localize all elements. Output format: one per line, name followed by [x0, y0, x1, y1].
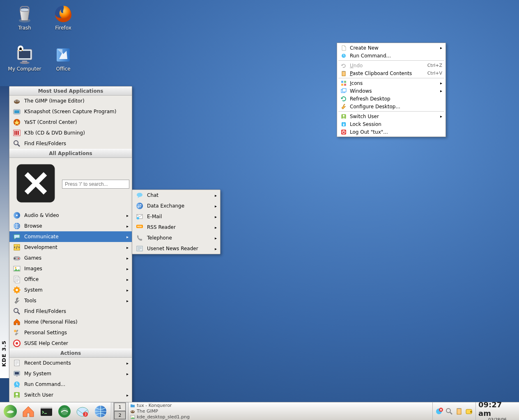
menu-item-my-system[interactable]: My System▸ [9, 368, 132, 379]
context-item-label: Log Out "tux"... [350, 129, 388, 135]
menu-item-browse[interactable]: Browse▸ [9, 221, 132, 231]
menu-item-recent-docs[interactable]: Recent Documents▸ [9, 358, 132, 368]
shortcut-label: Ctrl+V [427, 71, 442, 76]
submenu-arrow-icon: ▸ [126, 299, 129, 303]
menu-item-yast[interactable]: YaST (Control Center) [9, 117, 132, 128]
desktop-icon-firefox[interactable]: Firefox [46, 4, 80, 31]
svg-point-50 [137, 193, 142, 197]
pager-desktop-2[interactable]: 2 [114, 411, 126, 419]
svg-point-34 [16, 289, 18, 291]
menu-item-audio-video[interactable]: Audio & Video▸ [9, 210, 132, 221]
menu-item-switch-user[interactable]: Switch User▸ [9, 390, 132, 400]
context-item-create-new[interactable]: Create New▸ [337, 44, 446, 52]
menu-item-k3b[interactable]: K3b (CD & DVD Burning) [9, 128, 132, 138]
desktop-icon-trash[interactable]: Trash [7, 4, 42, 31]
svg-point-85 [131, 416, 132, 417]
context-item-run-command[interactable]: Run Command... [337, 52, 446, 59]
submenu-item-chat[interactable]: Chat▸ [132, 190, 220, 201]
svg-rect-74 [41, 407, 52, 409]
launcher-kmenu[interactable] [2, 404, 19, 419]
menu-item-label: KSnapshot (Screen Capture Program) [24, 109, 116, 114]
suse-green-icon [57, 404, 71, 418]
submenu-arrow-icon: ▸ [215, 236, 217, 240]
menu-item-gimp[interactable]: The GIMP (Image Editor) [9, 96, 132, 106]
menu-item-games[interactable]: Games▸ [9, 253, 132, 263]
desktop-icon-office[interactable]: Office [46, 45, 80, 72]
task-image-doc[interactable]: kde_desktop_sled1.png [130, 414, 431, 420]
desktop-icon-label: Firefox [46, 25, 80, 31]
gimp-icon [13, 97, 21, 105]
svg-point-53 [137, 217, 139, 219]
context-item-paste[interactable]: Paste Clipboard ContentsCtrl+V [337, 69, 446, 77]
svg-point-81 [131, 410, 135, 413]
context-item-configure[interactable]: Configure Desktop... [337, 103, 446, 110]
menu-item-home[interactable]: Home (Personal Files) [9, 317, 132, 327]
launcher-browser[interactable] [92, 404, 109, 419]
svg-text:3: 3 [84, 413, 86, 416]
submenu-item-email[interactable]: E-Mail▸ [132, 211, 220, 222]
submenu-item-label: E-Mail [147, 214, 162, 219]
search-input[interactable] [62, 180, 129, 189]
office-icon [53, 45, 73, 65]
launcher-mail[interactable]: 3 [74, 404, 91, 419]
svg-rect-15 [14, 110, 19, 113]
svg-point-88 [446, 409, 450, 413]
menu-item-system[interactable]: System▸ [9, 285, 132, 295]
task-konqueror[interactable]: tux - Konqueror [130, 403, 431, 409]
menu-item-communicate[interactable]: Communicate▸ [9, 231, 132, 242]
desktop-icon-my-computer[interactable]: My Computer [7, 45, 42, 72]
launcher-terminal[interactable] [38, 404, 55, 419]
context-item-refresh[interactable]: Refresh Desktop [337, 95, 446, 103]
submenu-arrow-icon: ▸ [126, 213, 129, 218]
task-gimp[interactable]: The GIMP [130, 409, 431, 414]
tray-network-icon[interactable] [435, 407, 443, 415]
menu-item-find-files-2[interactable]: Find Files/Folders [9, 306, 132, 317]
submenu-item-telephone[interactable]: Telephone▸ [132, 233, 220, 243]
clock[interactable]: 09:27 am 03/28/06 [475, 402, 519, 420]
context-item-switch-user[interactable]: Switch User▸ [337, 112, 446, 120]
menu-item-tools[interactable]: Tools▸ [9, 295, 132, 306]
submenu-item-label: Data Exchange [147, 203, 184, 209]
menu-item-help-center[interactable]: SUSE Help Center [9, 338, 132, 349]
context-item-logout[interactable]: Log Out "tux"... [337, 128, 446, 136]
browse-icon [13, 222, 21, 230]
menu-item-ksnapshot[interactable]: KSnapshot (Screen Capture Program) [9, 106, 132, 117]
submenu-arrow-icon: ▸ [126, 256, 129, 260]
games-icon [13, 254, 21, 262]
submenu-item-usenet[interactable]: Usenet News Reader▸ [132, 243, 220, 254]
submenu-item-data-exchange[interactable]: Data Exchange▸ [132, 201, 220, 211]
menu-item-label: Tools [24, 298, 37, 304]
context-item-windows[interactable]: Windows▸ [337, 87, 446, 95]
tray-search-icon[interactable] [445, 407, 453, 415]
context-item-lock-session[interactable]: Lock Session [337, 120, 446, 128]
menu-item-office[interactable]: Office▸ [9, 274, 132, 285]
launcher-home[interactable] [20, 404, 37, 419]
switch-user-icon [340, 113, 347, 120]
clear-icon[interactable] [12, 160, 60, 208]
section-most-used: Most Used Applications [9, 87, 132, 96]
svg-point-9 [14, 100, 20, 104]
menu-item-personal-settings[interactable]: Personal Settings [9, 327, 132, 338]
menu-item-label: Home (Personal Files) [24, 319, 78, 325]
pager-desktop-1[interactable]: 1 [114, 403, 126, 411]
submenu-arrow-icon: ▸ [440, 114, 442, 119]
submenu-item-rss[interactable]: RSSRSS Reader▸ [132, 222, 220, 233]
folder-icon [130, 403, 135, 408]
desktop-pager: 12 [114, 402, 126, 420]
menu-item-label: SUSE Help Center [24, 340, 68, 346]
launcher-suse[interactable] [56, 404, 73, 419]
tray-clipboard-icon[interactable] [455, 407, 463, 415]
svg-point-82 [131, 411, 132, 412]
icons-icon [340, 80, 347, 87]
menu-item-find-files[interactable]: Find Files/Folders [9, 138, 132, 149]
svg-point-36 [14, 330, 16, 332]
clock-time: 09:27 am [478, 400, 517, 418]
kmenu-sidebar: KDE 3.5 [0, 86, 9, 378]
tray-wallet-icon[interactable] [465, 407, 473, 415]
shortcut-label: Ctrl+Z [427, 63, 442, 68]
menu-item-images[interactable]: Images▸ [9, 263, 132, 274]
submenu-arrow-icon: ▸ [440, 81, 442, 85]
menu-item-development[interactable]: Development▸ [9, 242, 132, 253]
menu-item-run-command[interactable]: Run Command... [9, 379, 132, 390]
context-item-icons[interactable]: Icons▸ [337, 79, 446, 87]
